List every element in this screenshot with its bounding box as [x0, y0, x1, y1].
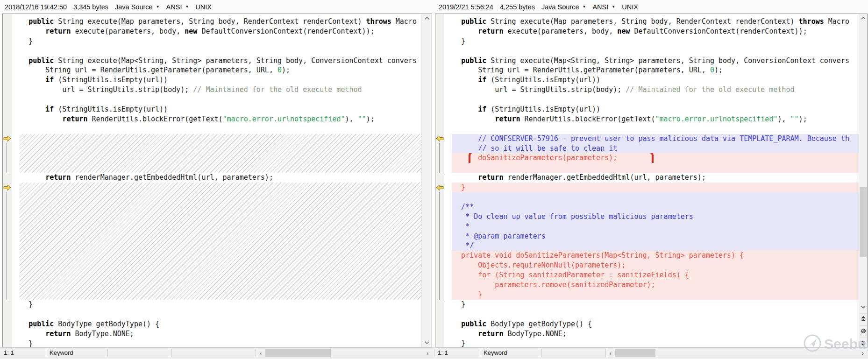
code-line — [12, 46, 422, 56]
code-line — [12, 310, 422, 319]
code-line — [444, 163, 859, 173]
scroll-left-icon[interactable]: ‹ — [256, 348, 265, 358]
code-line: * — [444, 222, 859, 232]
left-file-modified: 2018/12/16 19:42:50 — [5, 3, 67, 11]
right-file-size: 4,255 bytes — [500, 3, 535, 11]
code-line: return RenderUtils.blockError(getText("m… — [12, 114, 422, 124]
auto-scroll-icon[interactable] — [859, 325, 867, 336]
code-line: } — [12, 36, 422, 46]
left-line-ending: UNIX — [195, 3, 212, 11]
right-file-modified: 2019/2/21 5:56:24 — [439, 3, 493, 11]
code-line: if (StringUtils.isEmpty(url)) — [12, 105, 422, 114]
right-vertical-scrollbar[interactable] — [859, 14, 867, 347]
right-encoding-dropdown[interactable]: ANSI ▼ — [592, 3, 615, 11]
scroll-left-icon[interactable]: ‹ — [606, 348, 615, 358]
code-line — [444, 46, 859, 56]
merge-left-arrow-icon[interactable] — [436, 135, 444, 142]
diff-block-bracket — [439, 192, 442, 300]
scroll-right-icon[interactable]: › — [858, 348, 868, 358]
scrollbar-thumb[interactable] — [860, 187, 867, 257]
code-line: return execute(parameters, body, new Def… — [444, 27, 859, 36]
left-mode-indicator: Keyword — [50, 348, 73, 358]
file-info-bar: 2018/12/16 19:42:50 3,345 bytes Java Sou… — [0, 0, 868, 14]
code-line: return renderManager.getEmbeddedHtml(url… — [444, 173, 859, 183]
scroll-right-icon[interactable]: › — [423, 348, 432, 358]
diff-block-bracket — [439, 143, 442, 173]
merge-left-arrow-icon[interactable] — [436, 184, 444, 191]
missing-lines-hatch — [20, 183, 422, 300]
annotated-code-line: doSanitizeParameters(parameters); — [444, 153, 859, 163]
jump-previous-change-icon[interactable] — [859, 313, 867, 324]
left-syntax-dropdown[interactable]: Java Source ▼ — [115, 3, 160, 11]
horizontal-scrollbar-thumb[interactable] — [265, 349, 331, 357]
code-line: } — [444, 36, 859, 46]
compare-window: { "left_pane": { "header": { "modified":… — [0, 0, 868, 359]
scroll-down-icon[interactable] — [422, 338, 432, 347]
status-bar: 1: 1 Keyword ‹ › 1: 1 Keyword ‹ › — [0, 347, 868, 358]
code-line: return execute(parameters, body, new Def… — [12, 27, 422, 36]
right-mode-indicator: Keyword — [484, 348, 507, 358]
code-line: if (StringUtils.isEmpty(url)) — [12, 75, 422, 85]
code-line: public String execute(Map<String, String… — [12, 56, 422, 66]
code-line: parameters.remove(sanitizedParameter); — [444, 280, 859, 290]
code-line: } — [444, 290, 859, 300]
code-line: if (StringUtils.isEmpty(url)) — [444, 105, 859, 114]
code-line: return renderManager.getEmbeddedHtml(url… — [12, 173, 422, 183]
code-line: } — [444, 338, 859, 347]
code-line: String url = RenderUtils.getParameter(pa… — [12, 65, 422, 75]
code-line: } — [12, 300, 422, 310]
code-line: url = StringUtils.strip(body); // Mainta… — [444, 85, 859, 95]
code-line: public String execute(Map<String, String… — [444, 56, 859, 66]
diff-block-bracket — [7, 143, 10, 173]
merge-right-arrow-icon[interactable] — [3, 184, 11, 191]
left-code-lines: public String execute(Map parameters, St… — [12, 14, 422, 347]
code-line: /** — [444, 202, 859, 212]
code-line: url = StringUtils.strip(body); // Mainta… — [12, 85, 422, 95]
code-line: } — [444, 300, 859, 310]
code-line: // CONFSERVER-57916 - prevent user to pa… — [444, 134, 859, 144]
scroll-down-icon[interactable] — [859, 303, 867, 311]
chevron-down-icon: ▼ — [583, 5, 586, 9]
right-cursor-position: 1: 1 — [438, 348, 448, 358]
code-line: public String execute(Map parameters, St… — [12, 17, 422, 27]
jump-next-change-icon[interactable] — [859, 338, 867, 347]
left-encoding-dropdown[interactable]: ANSI ▼ — [166, 3, 189, 11]
code-line: return RenderUtils.blockError(getText("m… — [444, 114, 859, 124]
right-syntax-dropdown[interactable]: Java Source ▼ — [541, 3, 586, 11]
code-line: return BodyType.NONE; — [12, 329, 422, 339]
code-line: } — [444, 183, 859, 192]
code-line — [444, 192, 859, 202]
code-line: return BodyType.NONE; — [444, 329, 859, 339]
code-line — [444, 124, 859, 134]
code-line: } — [12, 339, 422, 347]
code-line — [12, 124, 422, 134]
left-cursor-position: 1: 1 — [4, 348, 14, 358]
scroll-up-icon[interactable] — [422, 14, 432, 22]
code-line: Objects.requireNonNull(parameters); — [444, 260, 859, 270]
right-pane-gutter — [435, 14, 444, 347]
code-line: // so it will be safe to clean it — [444, 144, 859, 154]
code-line: */ — [444, 241, 859, 251]
code-line — [444, 95, 859, 105]
left-file-size: 3,345 bytes — [73, 3, 108, 11]
code-line: public BodyType getBodyType() { — [12, 319, 422, 329]
scroll-up-icon[interactable] — [859, 14, 867, 22]
left-pane-editor[interactable]: public String execute(Map parameters, St… — [12, 14, 422, 347]
chevron-down-icon: ▼ — [612, 5, 615, 9]
code-line: * @param parameters — [444, 232, 859, 241]
code-line: for (String sanitizedParameter : sanitiz… — [444, 270, 859, 280]
code-line: public BodyType getBodyType() { — [444, 319, 859, 329]
right-pane: public String execute(Map parameters, St… — [435, 14, 868, 347]
code-line: * Do clean up value from possible malici… — [444, 212, 859, 222]
left-vertical-scrollbar[interactable] — [421, 14, 432, 347]
chevron-down-icon: ▼ — [156, 5, 160, 9]
code-line: if (StringUtils.isEmpty(url)) — [444, 75, 859, 85]
horizontal-scrollbar-thumb[interactable] — [615, 349, 655, 357]
merge-right-arrow-icon[interactable] — [3, 135, 11, 142]
left-pane: public String execute(Map parameters, St… — [2, 14, 432, 347]
right-pane-editor[interactable]: public String execute(Map parameters, St… — [444, 14, 859, 347]
chevron-down-icon: ▼ — [185, 5, 189, 9]
right-line-ending: UNIX — [622, 3, 638, 11]
right-code-lines: public String execute(Map parameters, St… — [444, 14, 859, 347]
code-line — [12, 95, 422, 105]
